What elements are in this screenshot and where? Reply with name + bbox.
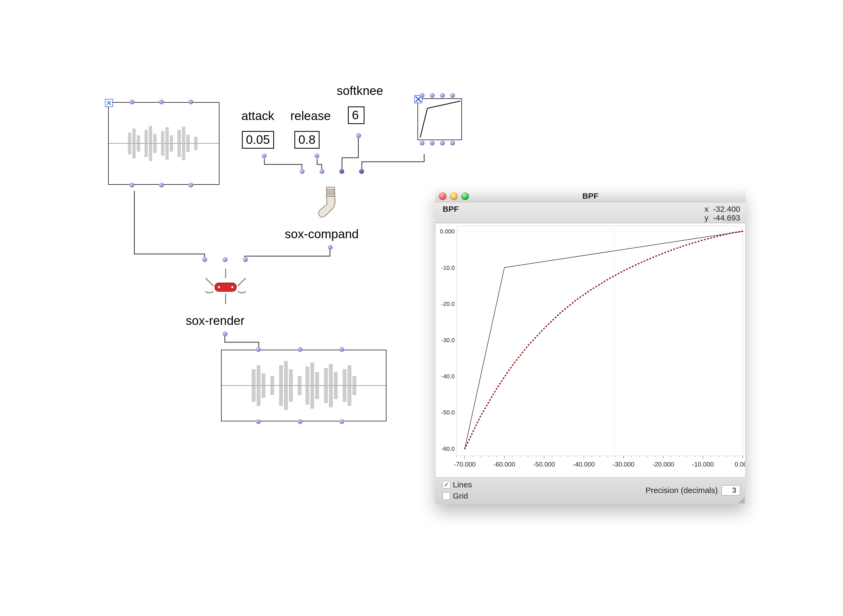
close-button[interactable] — [439, 192, 446, 200]
inlet-port[interactable] — [419, 93, 424, 98]
svg-text:-70.000: -70.000 — [454, 461, 475, 468]
inlet-port[interactable] — [129, 100, 134, 104]
inlet-port[interactable] — [300, 169, 305, 174]
inlet-port[interactable] — [450, 93, 455, 98]
svg-rect-6 — [144, 130, 148, 157]
svg-rect-35 — [279, 365, 283, 406]
bpf-footer: Lines Grid Precision (decimals) 3 — [435, 478, 746, 504]
softknee-value-box[interactable]: 6 — [348, 106, 365, 124]
svg-rect-5 — [137, 135, 140, 152]
outlet-port[interactable] — [129, 183, 134, 188]
svg-rect-15 — [194, 136, 197, 150]
svg-rect-43 — [329, 364, 332, 407]
bpf-chart: 0.000-10.0-20.0-30.0-40.0-50.0-60.0-70.0… — [435, 223, 745, 477]
outlet-port[interactable] — [450, 141, 455, 145]
svg-text:-30.000: -30.000 — [613, 461, 634, 468]
svg-rect-42 — [324, 368, 328, 403]
svg-rect-7 — [149, 126, 152, 161]
inlet-port[interactable] — [159, 100, 164, 104]
inlet-port[interactable] — [430, 93, 435, 98]
attack-label: attack — [241, 109, 274, 123]
outlet-port[interactable] — [297, 419, 302, 424]
outlet-port[interactable] — [256, 419, 260, 424]
svg-rect-36 — [284, 361, 288, 410]
minimize-button[interactable] — [450, 192, 458, 200]
svg-rect-39 — [305, 367, 309, 405]
outlet-port[interactable] — [430, 141, 435, 145]
svg-rect-44 — [334, 372, 338, 399]
svg-rect-37 — [289, 369, 293, 402]
outlet-port[interactable] — [315, 154, 319, 158]
svg-text:-60.000: -60.000 — [493, 461, 515, 468]
inlet-port[interactable] — [297, 347, 302, 352]
svg-line-0 — [107, 101, 111, 105]
svg-rect-41 — [315, 372, 319, 399]
bpf-thumbnail-icon — [418, 99, 461, 139]
bpf-subtitle: BPF — [443, 205, 459, 214]
svg-point-27 — [218, 286, 220, 288]
outlet-port[interactable] — [223, 331, 228, 336]
outlet-port[interactable] — [262, 154, 266, 158]
grid-checkbox-label: Grid — [453, 491, 468, 500]
lines-checkbox[interactable]: Lines — [443, 480, 472, 489]
svg-text:-40.0: -40.0 — [441, 373, 455, 380]
outlet-port[interactable] — [159, 183, 164, 188]
grid-checkbox[interactable]: Grid — [443, 491, 472, 500]
release-label: release — [290, 109, 331, 123]
svg-text:-10.0: -10.0 — [441, 264, 455, 271]
svg-rect-38 — [297, 376, 302, 395]
titlebar[interactable]: BPF — [435, 190, 746, 202]
zoom-button[interactable] — [461, 192, 469, 200]
soundfile-input-box[interactable] — [108, 102, 219, 185]
svg-line-17 — [416, 97, 421, 102]
release-value-box[interactable]: 0.8 — [294, 131, 319, 149]
precision-input[interactable]: 3 — [721, 485, 740, 496]
bpf-mini-box[interactable] — [418, 98, 462, 140]
svg-rect-3 — [128, 133, 131, 154]
coord-x-value: -32.400 — [713, 205, 740, 213]
svg-rect-11 — [170, 135, 173, 152]
svg-rect-13 — [182, 126, 185, 160]
svg-text:-20.000: -20.000 — [652, 461, 674, 468]
coord-x-label: x — [705, 205, 709, 213]
svg-text:-50.000: -50.000 — [533, 461, 555, 468]
inlet-port[interactable] — [256, 347, 260, 352]
svg-text:-40.000: -40.000 — [573, 461, 594, 468]
inlet-port[interactable] — [223, 257, 228, 262]
outlet-port[interactable] — [419, 141, 424, 145]
svg-line-24 — [238, 278, 246, 286]
soundfile-output-box[interactable] — [221, 350, 387, 421]
waveform-icon — [222, 350, 386, 421]
svg-rect-33 — [262, 373, 265, 397]
svg-text:-50.0: -50.0 — [441, 409, 455, 416]
sox-render-node[interactable] — [203, 267, 249, 308]
svg-rect-47 — [352, 376, 356, 395]
outlet-port[interactable] — [328, 245, 332, 250]
inlet-port[interactable] — [319, 169, 324, 174]
svg-rect-10 — [165, 127, 169, 160]
svg-text:-20.0: -20.0 — [441, 301, 455, 307]
inlet-port[interactable] — [339, 169, 344, 174]
inlet-port[interactable] — [359, 169, 364, 174]
precision-label: Precision (decimals) — [646, 486, 718, 495]
sox-compand-node[interactable] — [316, 185, 343, 221]
lines-checkbox-label: Lines — [453, 480, 472, 489]
resize-handle[interactable] — [737, 496, 745, 504]
softknee-label: softknee — [337, 84, 383, 98]
close-icon[interactable] — [105, 99, 113, 107]
close-icon[interactable] — [414, 95, 422, 103]
outlet-port[interactable] — [356, 133, 361, 138]
outlet-port[interactable] — [188, 183, 193, 188]
outlet-port[interactable] — [440, 141, 445, 145]
inlet-port[interactable] — [188, 100, 193, 104]
bpf-window[interactable]: BPF BPF x -32.400 y -44.693 0.000-10.0-2… — [435, 190, 746, 504]
svg-text:-60.0: -60.0 — [441, 446, 455, 452]
bpf-plot[interactable]: 0.000-10.0-20.0-30.0-40.0-50.0-60.0-70.0… — [435, 223, 746, 478]
inlet-port[interactable] — [440, 93, 445, 98]
attack-value-box[interactable]: 0.05 — [242, 131, 274, 149]
inlet-port[interactable] — [202, 257, 207, 262]
inlet-port[interactable] — [339, 347, 344, 352]
inlet-port[interactable] — [243, 257, 248, 262]
outlet-port[interactable] — [339, 419, 344, 424]
svg-rect-14 — [186, 135, 190, 152]
